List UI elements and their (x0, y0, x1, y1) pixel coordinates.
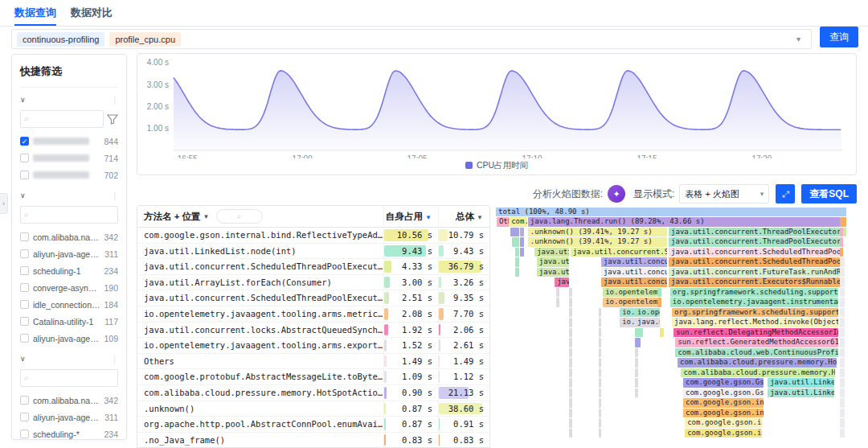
filter-list-item[interactable]: aliyun-java-agent-apm-A...109 (20, 330, 118, 347)
checkbox[interactable] (20, 430, 29, 438)
flame-frame[interactable]: java.util (537, 257, 569, 267)
checkbox[interactable] (20, 232, 29, 241)
flame-frame-sliver[interactable] (840, 398, 845, 408)
flame-frame-sliver[interactable] (840, 298, 845, 307)
chevron-down-icon[interactable]: ∨ (20, 355, 26, 363)
method-name[interactable]: Others (137, 354, 383, 369)
flame-frame-sliver[interactable] (515, 257, 519, 267)
flame-frame-sliver[interactable] (840, 338, 845, 347)
flame-frame[interactable]: .unknown() (39.41%, 19.27 s) (528, 237, 667, 247)
flame-frame[interactable]: com.a (509, 217, 527, 227)
flame-frame[interactable]: io.opentelemetry.javaagent.instrumentati… (670, 298, 838, 307)
filter-list-item[interactable]: idle_connection_reaper184 (20, 296, 118, 313)
table-row[interactable]: com.google.gson.internal.bind.Reflective… (137, 228, 489, 244)
checkbox[interactable] (20, 396, 29, 405)
checkbox[interactable] (20, 266, 29, 275)
filter-tag-metric[interactable]: profile_cpu.cpu (109, 32, 181, 47)
flame-frame-sliver[interactable] (569, 328, 572, 338)
flame-frame[interactable]: com.alibaba.cloud.pressure.memory.HotSpo… (678, 358, 837, 368)
flame-frame[interactable]: org.springframework.scheduling.support.D… (670, 288, 838, 298)
method-name[interactable]: com.google.protobuf.AbstractMessageLite.… (137, 369, 383, 384)
flame-frame-sliver[interactable] (599, 338, 601, 347)
table-row[interactable]: com.google.protobuf.AbstractMessageLite.… (137, 369, 489, 385)
flame-frame-sliver[interactable] (599, 388, 601, 398)
flame-frame-sliver[interactable] (512, 237, 519, 247)
flame-frame[interactable]: io.opentelemetr (603, 288, 657, 298)
table-row[interactable]: java.util.concurrent.locks.AbstractQueue… (137, 323, 489, 339)
flame-frame[interactable]: java (555, 277, 569, 287)
flame-frame-sliver[interactable] (569, 368, 572, 378)
flame-frame-sliver[interactable] (569, 388, 572, 398)
flame-frame[interactable]: com.alibaba.cloud.web.ContinuousProfiler… (675, 348, 838, 358)
flame-frame-sliver[interactable] (840, 418, 845, 428)
flame-frame-sliver[interactable] (657, 298, 661, 307)
flame-frame-sliver[interactable] (660, 328, 664, 338)
flame-frame-sliver[interactable] (840, 217, 846, 227)
flame-frame[interactable]: java.util.concurrent.ThreadPoolExecutor$… (669, 228, 840, 237)
flame-frame[interactable]: java.util (537, 268, 569, 277)
flame-frame-sliver[interactable] (843, 228, 846, 237)
sort-desc-icon[interactable]: ▼ (425, 214, 432, 221)
filter-list-item[interactable]: scheduling-1234 (20, 262, 118, 279)
checkbox[interactable] (20, 317, 29, 326)
filter-list-item[interactable]: converge-async-config-p...190 (20, 279, 118, 296)
flame-frame-sliver[interactable] (840, 368, 845, 378)
method-name[interactable]: com.alibaba.cloud.pressure.memory.HotSpo… (137, 385, 383, 401)
flame-frame-sliver[interactable] (599, 308, 601, 318)
flame-frame[interactable]: java.util.LinkedLis (768, 388, 834, 398)
flame-frame-sliver[interactable] (569, 298, 572, 307)
method-name[interactable]: com.google.gson.internal.bind.Reflective… (137, 228, 383, 243)
flame-frame[interactable]: sun.reflect.DelegatingMethodAccessorImpl… (674, 328, 838, 338)
flame-frame-sliver[interactable] (510, 228, 519, 237)
flame-frame-sliver[interactable] (635, 378, 638, 388)
flame-frame[interactable]: java.util.concurrent.ScheduledThreadPool… (669, 248, 840, 257)
method-name[interactable]: io.opentelemetry.javaagent.tooling.arms.… (137, 306, 383, 322)
filter-list-item[interactable]: com.alibaba.nacos.client...342 (20, 392, 118, 409)
flame-frame-sliver[interactable] (569, 318, 572, 327)
filter-list-item[interactable]: aliyun-java-agent-apm-A...311 (20, 245, 118, 262)
flame-frame-sliver[interactable] (569, 308, 572, 318)
flame-frame-sliver[interactable] (840, 288, 845, 298)
flame-frame-sliver[interactable] (840, 378, 845, 388)
table-row[interactable]: java.util.concurrent.ScheduledThreadPool… (137, 259, 489, 275)
section-search-input[interactable]: ⌕ (20, 369, 118, 387)
column-total-time[interactable]: 总体▼ (438, 206, 489, 227)
table-row[interactable]: io.opentelemetry.javaagent.tooling.arms.… (137, 338, 489, 354)
flame-frame-sliver[interactable] (515, 268, 519, 277)
method-name[interactable]: org.apache.http.pool.AbstractConnPool.en… (137, 417, 383, 432)
checkbox[interactable]: ✓ (20, 137, 29, 146)
flame-frame-sliver[interactable] (520, 228, 524, 237)
flame-frame-sliver[interactable] (569, 348, 572, 358)
checkbox[interactable] (20, 334, 29, 343)
flame-frame[interactable]: java.util.concurrent.ScheduledThreadPool… (669, 257, 840, 267)
flame-frame[interactable]: total (100%, 48.90 s) (496, 208, 846, 217)
flame-frame-sliver[interactable] (569, 398, 572, 408)
flame-frame-sliver[interactable] (657, 288, 661, 298)
flame-frame-sliver[interactable] (520, 248, 524, 257)
flame-frame-sliver[interactable] (556, 288, 559, 298)
flame-frame-sliver[interactable] (840, 388, 845, 398)
flame-frame-sliver[interactable] (635, 348, 638, 358)
flame-frame[interactable]: java.util.concurrent.FutureTask.runAndRe… (669, 268, 840, 277)
sort-icon[interactable]: ▼ (477, 214, 483, 221)
flame-frame-sliver[interactable] (569, 378, 572, 388)
view-sql-button[interactable]: 查看SQL (801, 184, 857, 203)
flame-frame-sliver[interactable] (569, 429, 572, 438)
chevron-down-icon[interactable]: ∨ (20, 191, 26, 199)
section-search-input[interactable]: ⌕ (20, 110, 104, 128)
filter-list-item[interactable]: com.alibaba.nacos.client...342 (20, 228, 118, 245)
flame-frame-sliver[interactable] (599, 348, 601, 358)
method-name[interactable]: io.opentelemetry.javaagent.tooling.arms.… (137, 338, 383, 353)
flame-frame-sliver[interactable] (840, 318, 845, 327)
flame-frame-sliver[interactable] (599, 409, 601, 418)
filter-list-item[interactable]: 714 (20, 150, 118, 166)
flame-frame-sliver[interactable] (840, 237, 843, 247)
flame-frame-sliver[interactable] (840, 328, 845, 338)
table-row[interactable]: Others 1.49 s 1.49 s (137, 354, 489, 370)
flame-frame[interactable]: java.util.concurre (601, 268, 667, 277)
flame-frame-sliver[interactable] (599, 418, 601, 428)
table-row[interactable]: java.util.LinkedList.node(int) 9.43 s 9.… (137, 244, 489, 260)
flame-frame-sliver[interactable] (599, 429, 601, 438)
filter-list-item[interactable]: ✓844 (20, 133, 118, 150)
sidebar-collapse-handle[interactable]: › (0, 193, 8, 214)
